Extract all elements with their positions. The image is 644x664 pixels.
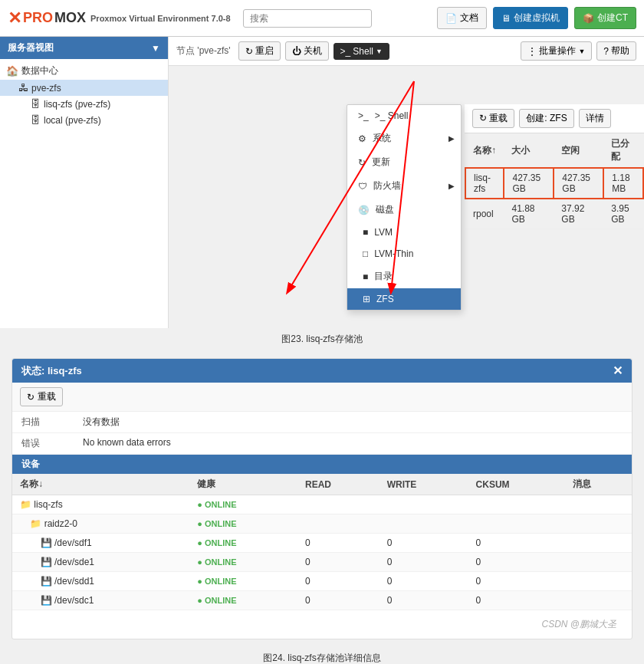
sidebar-item-lisq-zfs[interactable]: 🗄 lisq-zfs (pve-zfs) bbox=[0, 96, 168, 112]
zfs-row-name: rpool bbox=[465, 199, 504, 229]
dropdown-system[interactable]: ⚙ 系统 ▶ bbox=[347, 127, 461, 150]
close-button[interactable]: ✕ bbox=[613, 363, 623, 378]
sidebar-dropdown-icon[interactable]: ▼ bbox=[151, 43, 160, 54]
system-arrow-icon: ▶ bbox=[449, 134, 455, 143]
node-toolbar: 节点 'pve-zfs' ↻ 重启 ⏻ 关机 >_ Shell ▼ ⋮ 批量 bbox=[169, 37, 644, 66]
device-icon: 💾 bbox=[41, 595, 52, 606]
device-table: 名称↓ 健康 READ WRITE CKSUM 消息 📁 lisq-zfs ● … bbox=[12, 474, 632, 610]
dev-col-cksum: CKSUM bbox=[468, 474, 565, 495]
logo: ✕ PRO MOX Proxmox Virtual Environment 7.… bbox=[8, 8, 231, 28]
sidebar-item-pve-zfs[interactable]: 🖧 pve-zfs bbox=[0, 80, 168, 96]
search-input[interactable] bbox=[243, 9, 372, 28]
help-button[interactable]: ? 帮助 bbox=[596, 41, 636, 61]
shutdown-button[interactable]: ⏻ 关机 bbox=[285, 41, 329, 61]
zfs-row-size: 427.35 GB bbox=[504, 168, 554, 199]
error-value: No known data errors bbox=[83, 437, 171, 448]
status-toolbar: ↻ 重载 bbox=[12, 383, 632, 412]
error-row: 错误 No known data errors bbox=[12, 433, 632, 455]
dropdown-lvm[interactable]: ■ LVM bbox=[347, 222, 461, 243]
dev-row-read bbox=[297, 495, 380, 514]
device-table-row[interactable]: 💾 /dev/sde1 ● ONLINE 0 0 0 bbox=[12, 553, 632, 572]
dropdown-menu: >_ >_ Shell ⚙ 系统 ▶ ↻ 更新 🛡 防火墙 ▶ bbox=[347, 104, 462, 311]
dev-row-write bbox=[380, 495, 468, 514]
sidebar: 服务器视图 ▼ 🏠 数据中心 🖧 pve-zfs 🗄 lisq-zfs (pve… bbox=[0, 37, 169, 328]
zfs-reload-button[interactable]: ↻ 重载 bbox=[472, 109, 514, 128]
zfs-table: 名称↑ 大小 空闲 已分配 lisq-zfs 427.35 GB 427.35 … bbox=[465, 133, 644, 229]
dev-row-write: 0 bbox=[380, 591, 468, 610]
firewall-arrow-icon: ▶ bbox=[449, 182, 455, 190]
status-title: 状态: lisq-zfs bbox=[21, 364, 82, 378]
device-table-row[interactable]: 💾 /dev/sdd1 ● ONLINE 0 0 0 bbox=[12, 572, 632, 591]
device-table-row[interactable]: 📁 lisq-zfs ● ONLINE bbox=[12, 495, 632, 514]
logo-mox: MOX bbox=[54, 10, 86, 26]
caption-bottom: 图24. lisq-zfs存储池详细信息 bbox=[0, 647, 644, 664]
caption-top: 图23. lisq-zfs存储池 bbox=[0, 328, 644, 350]
dev-row-health: ● ONLINE bbox=[189, 591, 297, 610]
col-allocated: 已分配 bbox=[603, 133, 643, 168]
col-size: 大小 bbox=[504, 133, 554, 168]
device-table-row[interactable]: 💾 /dev/sdf1 ● ONLINE 0 0 0 bbox=[12, 534, 632, 553]
dropdown-directory[interactable]: ■ 目录 bbox=[347, 265, 461, 288]
device-table-row[interactable]: 📁 raidz2-0 ● ONLINE bbox=[12, 514, 632, 534]
dropdown-update[interactable]: ↻ 更新 bbox=[347, 150, 461, 174]
col-free: 空闲 bbox=[554, 133, 603, 168]
topbar: ✕ PRO MOX Proxmox Virtual Environment 7.… bbox=[0, 0, 644, 37]
device-icon: 📁 bbox=[30, 518, 41, 529]
shell-button[interactable]: >_ Shell ▼ bbox=[334, 43, 389, 60]
sidebar-item-local[interactable]: 🗄 local (pve-zfs) bbox=[0, 112, 168, 128]
zfs-detail-button[interactable]: 详情 bbox=[579, 109, 611, 128]
zfs-create-button[interactable]: 创建: ZFS bbox=[519, 109, 573, 128]
app-version: Proxmox Virtual Environment 7.0-8 bbox=[90, 14, 231, 23]
dev-row-read: 0 bbox=[297, 553, 380, 572]
directory-icon: ■ bbox=[363, 271, 368, 282]
devices-header: 设备 bbox=[12, 455, 632, 474]
dev-row-read: 0 bbox=[297, 534, 380, 553]
dev-col-name: 名称↓ bbox=[12, 474, 189, 495]
dropdown-shell[interactable]: >_ >_ Shell bbox=[347, 105, 461, 127]
dropdown-lvm-thin[interactable]: □ LVM-Thin bbox=[347, 243, 461, 265]
dropdown-zfs[interactable]: ⊞ ZFS bbox=[347, 288, 461, 310]
node-label: 节点 'pve-zfs' bbox=[176, 44, 231, 58]
reload-button[interactable]: ↻ 重启 bbox=[238, 41, 281, 61]
dev-row-cksum bbox=[468, 514, 565, 534]
zfs-reload-icon: ↻ bbox=[479, 113, 487, 123]
dev-row-msg bbox=[565, 591, 632, 610]
dev-row-msg bbox=[565, 534, 632, 553]
device-icon: 💾 bbox=[41, 557, 52, 567]
lvm-icon: ■ bbox=[363, 227, 368, 238]
zfs-row-size: 41.88 GB bbox=[504, 199, 554, 229]
zfs-row-allocated: 3.95 GB bbox=[603, 199, 643, 229]
dev-row-cksum: 0 bbox=[468, 591, 565, 610]
zfs-table-row[interactable]: rpool 41.88 GB 37.92 GB 3.95 GB bbox=[465, 199, 643, 229]
dev-row-cksum: 0 bbox=[468, 553, 565, 572]
zfs-menu-icon: ⊞ bbox=[363, 294, 370, 304]
status-reload-button[interactable]: ↻ 重载 bbox=[20, 387, 63, 406]
create-ct-button[interactable]: 📦 创建CT bbox=[574, 7, 636, 29]
dropdown-disk[interactable]: 💿 磁盘 bbox=[347, 198, 461, 222]
batch-button[interactable]: ⋮ 批量操作 ▼ bbox=[521, 41, 592, 61]
docs-button[interactable]: 📄 文档 bbox=[437, 7, 487, 29]
help-icon: ? bbox=[603, 46, 609, 57]
batch-dropdown-arrow: ▼ bbox=[578, 48, 585, 55]
shell-dropdown-arrow: ▼ bbox=[376, 48, 383, 55]
zfs-row-name: lisq-zfs bbox=[465, 168, 504, 199]
dev-row-read: 0 bbox=[297, 591, 380, 610]
firewall-icon: 🛡 bbox=[358, 181, 367, 192]
zfs-table-row[interactable]: lisq-zfs 427.35 GB 427.35 GB 1.18 MB bbox=[465, 168, 643, 199]
sidebar-item-datacenter[interactable]: 🏠 数据中心 bbox=[0, 62, 168, 80]
dev-row-name: 💾 /dev/sdf1 bbox=[12, 534, 189, 553]
dev-row-cksum bbox=[468, 495, 565, 514]
create-vm-button[interactable]: 🖥 创建虚拟机 bbox=[493, 7, 568, 29]
dropdown-firewall[interactable]: 🛡 防火墙 ▶ bbox=[347, 174, 461, 198]
scan-row: 扫描 没有数据 bbox=[12, 412, 632, 433]
docs-icon: 📄 bbox=[445, 13, 457, 24]
reload-icon: ↻ bbox=[245, 46, 253, 57]
logo-pro: PRO bbox=[23, 10, 53, 26]
device-icon: 💾 bbox=[41, 576, 52, 587]
device-table-row[interactable]: 💾 /dev/sdc1 ● ONLINE 0 0 0 bbox=[12, 591, 632, 610]
dev-row-msg bbox=[565, 514, 632, 534]
dev-row-msg bbox=[565, 553, 632, 572]
logo-x-icon: ✕ bbox=[8, 8, 21, 28]
dev-row-health: ● ONLINE bbox=[189, 534, 297, 553]
dev-row-write: 0 bbox=[380, 572, 468, 591]
